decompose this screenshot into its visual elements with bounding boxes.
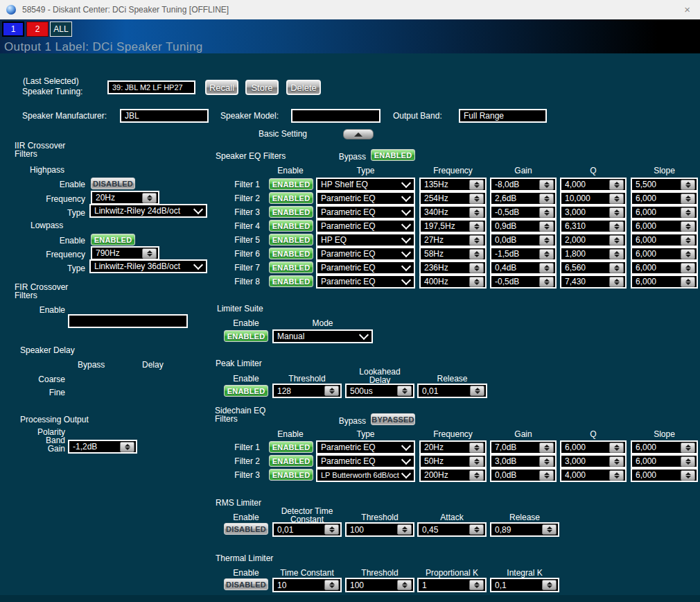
- filter-gain-field[interactable]: 3,0dB: [490, 454, 557, 468]
- rms-attack-field[interactable]: 0,45: [417, 522, 487, 537]
- stepper-icon[interactable]: [609, 470, 624, 481]
- filter-frequency-field[interactable]: 197,5Hz: [419, 219, 487, 233]
- stepper-icon[interactable]: [120, 442, 134, 452]
- output-band-input[interactable]: Full Range: [459, 109, 547, 123]
- filter-type-select[interactable]: Parametric EQ: [316, 440, 415, 454]
- filter-enable-toggle[interactable]: ENABLED: [269, 455, 313, 467]
- filter-slope-field[interactable]: 5,500: [631, 178, 698, 191]
- stepper-icon[interactable]: [681, 249, 695, 259]
- speaker-eq-bypass-toggle[interactable]: ENABLED: [371, 149, 415, 161]
- sidechain-bypass-toggle[interactable]: BYPASSED: [371, 413, 415, 425]
- filter-enable-toggle[interactable]: ENABLED: [269, 261, 313, 273]
- delete-button[interactable]: Delete: [286, 80, 321, 95]
- stepper-icon[interactable]: [609, 221, 624, 232]
- stepper-icon[interactable]: [681, 456, 695, 467]
- stepper-icon[interactable]: [397, 524, 412, 535]
- filter-gain-field[interactable]: 7,0dB: [490, 440, 557, 454]
- stepper-icon[interactable]: [324, 524, 339, 535]
- filter-enable-toggle[interactable]: ENABLED: [269, 220, 313, 232]
- filter-type-select[interactable]: Parametric EQ: [316, 275, 415, 289]
- limiter-enable-toggle[interactable]: ENABLED: [224, 330, 268, 342]
- stepper-icon[interactable]: [609, 194, 624, 204]
- stepper-icon[interactable]: [469, 235, 484, 246]
- stepper-icon[interactable]: [681, 442, 695, 453]
- hp-frequency-field[interactable]: 20Hz: [91, 191, 159, 205]
- filter-gain-field[interactable]: 2,6dB: [490, 191, 557, 205]
- stepper-icon[interactable]: [681, 263, 695, 273]
- filter-enable-toggle[interactable]: ENABLED: [269, 275, 313, 287]
- stepper-icon[interactable]: [539, 470, 554, 481]
- filter-enable-toggle[interactable]: ENABLED: [269, 178, 313, 190]
- filter-type-select[interactable]: HP Shelf EQ: [316, 178, 415, 191]
- filter-type-select[interactable]: Parametric EQ: [316, 219, 415, 233]
- rms-release-field[interactable]: 0,89: [490, 522, 559, 537]
- lp-frequency-field[interactable]: 790Hz: [91, 246, 159, 260]
- stepper-icon[interactable]: [470, 386, 484, 396]
- stepper-icon[interactable]: [324, 386, 339, 396]
- peak-lookahead-field[interactable]: 500us: [345, 384, 414, 398]
- stepper-icon[interactable]: [609, 442, 624, 453]
- filter-slope-field[interactable]: 6,000: [631, 454, 698, 468]
- filter-type-select[interactable]: LP Butterworth 6dB/oct: [316, 468, 415, 482]
- filter-enable-toggle[interactable]: ENABLED: [269, 206, 313, 218]
- stepper-icon[interactable]: [539, 249, 554, 259]
- stepper-icon[interactable]: [397, 386, 412, 396]
- stepper-icon[interactable]: [609, 249, 624, 259]
- band-gain-field[interactable]: -1,2dB: [68, 440, 137, 454]
- stepper-icon[interactable]: [539, 442, 554, 453]
- thermal-integral-field[interactable]: 0,1: [490, 578, 559, 592]
- stepper-icon[interactable]: [609, 180, 624, 190]
- filter-type-select[interactable]: Parametric EQ: [316, 261, 415, 275]
- stepper-icon[interactable]: [539, 221, 554, 232]
- stepper-icon[interactable]: [681, 207, 695, 218]
- stepper-icon[interactable]: [609, 277, 624, 287]
- rms-detector-field[interactable]: 0,01: [272, 522, 342, 537]
- filter-slope-field[interactable]: 6,000: [631, 440, 698, 454]
- limiter-mode-select[interactable]: Manual: [272, 329, 373, 343]
- stepper-icon[interactable]: [609, 263, 624, 273]
- filter-enable-toggle[interactable]: ENABLED: [269, 441, 313, 453]
- stepper-icon[interactable]: [539, 235, 554, 246]
- stepper-icon[interactable]: [539, 207, 554, 218]
- lp-type-select[interactable]: Linkwitz-Riley 36dB/oct: [89, 259, 207, 273]
- stepper-icon[interactable]: [469, 442, 484, 453]
- filter-q-field[interactable]: 3,000: [560, 454, 627, 468]
- peak-enable-toggle[interactable]: ENABLED: [224, 385, 268, 397]
- filter-q-field[interactable]: 4,000: [560, 468, 627, 482]
- filter-q-field[interactable]: 6,310: [560, 219, 627, 233]
- speaker-model-input[interactable]: [291, 109, 380, 123]
- stepper-icon[interactable]: [681, 235, 695, 246]
- filter-gain-field[interactable]: 0,9dB: [490, 219, 557, 233]
- hp-enable-toggle[interactable]: DISABLED: [91, 178, 135, 189]
- filter-frequency-field[interactable]: 20Hz: [419, 440, 487, 454]
- filter-q-field[interactable]: 2,000: [560, 233, 627, 247]
- peak-release-field[interactable]: 0,01: [417, 384, 487, 398]
- tab-output-1[interactable]: 1: [2, 22, 24, 37]
- peak-threshold-field[interactable]: 128: [272, 384, 342, 398]
- stepper-icon[interactable]: [542, 580, 557, 590]
- stepper-icon[interactable]: [681, 221, 695, 232]
- thermal-proportional-field[interactable]: 1: [417, 578, 487, 592]
- stepper-icon[interactable]: [609, 456, 624, 467]
- filter-gain-field[interactable]: 0,0dB: [490, 468, 557, 482]
- stepper-icon[interactable]: [469, 249, 484, 259]
- filter-frequency-field[interactable]: 236Hz: [419, 261, 487, 275]
- filter-type-select[interactable]: Parametric EQ: [316, 205, 415, 219]
- stepper-icon[interactable]: [469, 207, 484, 218]
- filter-type-select[interactable]: Parametric EQ: [316, 191, 415, 205]
- thermal-threshold-field[interactable]: 100: [345, 578, 414, 592]
- stepper-icon[interactable]: [681, 470, 695, 481]
- filter-frequency-field[interactable]: 400Hz: [419, 275, 487, 289]
- filter-type-select[interactable]: Parametric EQ: [316, 454, 415, 468]
- filter-enable-toggle[interactable]: ENABLED: [269, 469, 313, 481]
- stepper-icon[interactable]: [609, 207, 624, 218]
- filter-slope-field[interactable]: 6,000: [631, 468, 698, 482]
- filter-gain-field[interactable]: -8,0dB: [490, 178, 557, 191]
- speaker-manufacturer-input[interactable]: JBL: [120, 109, 209, 123]
- filter-frequency-field[interactable]: 135Hz: [419, 178, 487, 191]
- filter-slope-field[interactable]: 6,000: [631, 205, 698, 219]
- filter-gain-field[interactable]: -0,5dB: [490, 205, 557, 219]
- filter-gain-field[interactable]: -1,5dB: [490, 247, 557, 261]
- tab-all[interactable]: ALL: [50, 22, 72, 37]
- filter-gain-field[interactable]: 0,0dB: [490, 233, 557, 247]
